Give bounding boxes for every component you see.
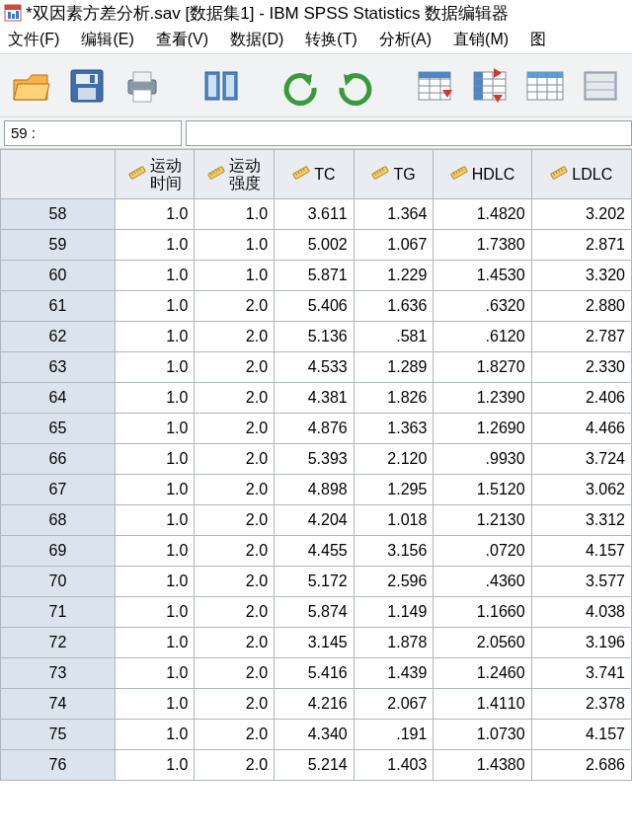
menu-file[interactable]: 文件(F) [8, 30, 59, 50]
data-cell[interactable]: 1.0 [115, 322, 195, 352]
data-cell[interactable]: 3.196 [531, 628, 631, 658]
data-cell[interactable]: 1.0 [115, 597, 195, 628]
data-cell[interactable]: 4.204 [275, 505, 355, 536]
data-cell[interactable]: 2.0 [195, 505, 275, 536]
recall-dialog-button[interactable] [199, 64, 243, 108]
row-header[interactable]: 69 [1, 536, 116, 567]
data-cell[interactable]: 4.038 [531, 597, 631, 628]
data-cell[interactable]: 2.0 [195, 475, 275, 505]
data-cell[interactable]: 2.0 [195, 597, 275, 628]
data-cell[interactable]: 2.0560 [434, 628, 531, 658]
data-cell[interactable]: 1.0 [115, 720, 195, 750]
data-cell[interactable]: 2.0 [195, 750, 275, 781]
data-cell[interactable]: 2.871 [531, 230, 631, 261]
data-cell[interactable]: 1.0 [115, 261, 195, 291]
row-header[interactable]: 65 [1, 414, 116, 444]
open-file-button[interactable] [10, 64, 53, 108]
row-header[interactable]: 74 [1, 689, 116, 720]
data-cell[interactable]: .0720 [434, 536, 531, 567]
save-button[interactable] [65, 64, 109, 108]
data-cell[interactable]: 1.1660 [434, 597, 531, 628]
data-cell[interactable]: 1.7380 [434, 230, 531, 261]
data-cell[interactable]: 3.145 [275, 628, 355, 658]
data-cell[interactable]: 2.787 [531, 322, 631, 352]
data-cell[interactable]: 2.0 [195, 658, 275, 689]
data-cell[interactable]: 2.0 [195, 628, 275, 658]
data-cell[interactable]: 1.364 [354, 199, 434, 230]
data-cell[interactable]: 5.393 [275, 444, 355, 475]
data-cell[interactable]: 2.596 [354, 567, 434, 597]
data-cell[interactable]: 3.202 [531, 199, 631, 230]
data-cell[interactable]: 2.330 [531, 352, 631, 383]
data-cell[interactable]: 1.0 [115, 199, 195, 230]
data-cell[interactable]: 1.0 [115, 383, 195, 414]
col-header-strength[interactable]: 运动强度 [195, 150, 275, 199]
data-cell[interactable]: 1.0 [115, 628, 195, 658]
data-cell[interactable]: 2.0 [195, 414, 275, 444]
data-cell[interactable]: 1.0 [115, 750, 195, 781]
col-header-tc[interactable]: TC [275, 150, 355, 199]
row-header[interactable]: 61 [1, 291, 116, 322]
data-cell[interactable]: 4.340 [275, 720, 355, 750]
data-cell[interactable]: .6320 [434, 291, 531, 322]
data-cell[interactable]: 4.216 [275, 689, 355, 720]
data-cell[interactable]: 1.0 [195, 199, 275, 230]
grid-corner[interactable] [1, 150, 116, 199]
data-cell[interactable]: 5.871 [275, 261, 355, 291]
data-cell[interactable]: 1.0730 [434, 720, 531, 750]
data-cell[interactable]: 3.312 [531, 505, 631, 536]
data-cell[interactable]: 1.0 [195, 230, 275, 261]
data-cell[interactable]: 4.157 [531, 536, 631, 567]
data-cell[interactable]: 1.0 [115, 291, 195, 322]
data-cell[interactable]: 2.0 [195, 536, 275, 567]
data-cell[interactable]: 3.741 [531, 658, 631, 689]
data-cell[interactable]: 2.378 [531, 689, 631, 720]
data-cell[interactable]: 2.0 [195, 444, 275, 475]
data-cell[interactable]: .191 [354, 720, 434, 750]
data-cell[interactable]: 1.363 [354, 414, 434, 444]
data-cell[interactable]: 1.0 [115, 444, 195, 475]
data-cell[interactable]: 1.018 [354, 505, 434, 536]
data-cell[interactable]: 3.577 [531, 567, 631, 597]
col-header-ldlc[interactable]: LDLC [531, 150, 631, 199]
data-cell[interactable]: 1.826 [354, 383, 434, 414]
row-header[interactable]: 63 [1, 352, 116, 383]
row-header[interactable]: 67 [1, 475, 116, 505]
data-cell[interactable]: 4.455 [275, 536, 355, 567]
row-header[interactable]: 75 [1, 720, 116, 750]
data-cell[interactable]: 3.320 [531, 261, 631, 291]
data-cell[interactable]: 1.0 [115, 352, 195, 383]
data-cell[interactable]: 2.0 [195, 720, 275, 750]
data-cell[interactable]: .6120 [434, 322, 531, 352]
row-header[interactable]: 64 [1, 383, 116, 414]
data-cell[interactable]: .4360 [434, 567, 531, 597]
data-cell[interactable]: 1.4380 [434, 750, 531, 781]
row-header[interactable]: 62 [1, 322, 116, 352]
data-cell[interactable]: 1.636 [354, 291, 434, 322]
goto-variable-button[interactable] [468, 64, 512, 108]
data-cell[interactable]: 1.0 [115, 658, 195, 689]
data-cell[interactable]: 1.878 [354, 628, 434, 658]
data-cell[interactable]: 1.2690 [434, 414, 531, 444]
col-header-tg[interactable]: TG [354, 150, 434, 199]
data-cell[interactable]: 1.149 [354, 597, 434, 628]
menu-direct[interactable]: 直销(M) [453, 30, 509, 50]
row-header[interactable]: 60 [1, 261, 116, 291]
data-cell[interactable]: 3.724 [531, 444, 631, 475]
run-desc-button[interactable] [579, 64, 622, 108]
data-cell[interactable]: 2.067 [354, 689, 434, 720]
data-cell[interactable]: 1.289 [354, 352, 434, 383]
data-cell[interactable]: 5.002 [275, 230, 355, 261]
row-header[interactable]: 71 [1, 597, 116, 628]
row-header[interactable]: 76 [1, 750, 116, 781]
data-cell[interactable]: 4.533 [275, 352, 355, 383]
goto-case-button[interactable] [413, 64, 456, 108]
data-cell[interactable]: 4.466 [531, 414, 631, 444]
row-header[interactable]: 73 [1, 658, 116, 689]
data-cell[interactable]: 1.4820 [434, 199, 531, 230]
data-cell[interactable]: 1.5120 [434, 475, 531, 505]
variables-button[interactable] [523, 64, 567, 108]
data-cell[interactable]: 1.067 [354, 230, 434, 261]
data-cell[interactable]: 1.0 [115, 567, 195, 597]
data-cell[interactable]: 4.381 [275, 383, 355, 414]
